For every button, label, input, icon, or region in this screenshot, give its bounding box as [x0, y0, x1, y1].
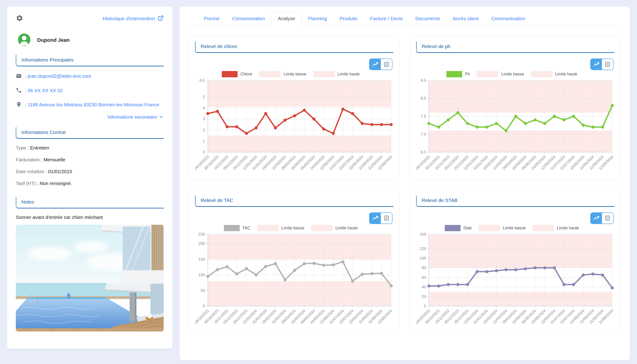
section-notes-title: Notes	[16, 197, 164, 208]
svg-text:0: 0	[424, 304, 426, 308]
view-toggle-group	[590, 212, 613, 224]
pool-photo	[16, 225, 164, 332]
tab-facture-devis[interactable]: Facture / Devis	[364, 12, 409, 25]
contract-row-tarif: Tarif (HT) : Non renseigné.	[16, 180, 164, 186]
avatar	[18, 33, 31, 47]
line-chart: 05010015020023009/10/202330/10/202316/11…	[195, 232, 393, 330]
svg-text:7,0: 7,0	[420, 132, 426, 136]
limit-low-swatch	[477, 71, 498, 77]
series-swatch	[445, 225, 461, 231]
field-value: 01/01/2015	[48, 169, 72, 174]
page: Historique d'intervention Dupond Jean	[0, 0, 637, 364]
secondary-info-toggle[interactable]: Informations secondaire	[16, 114, 164, 120]
svg-text:3: 3	[203, 117, 205, 121]
email-link[interactable]: jean.dupond2@lebin-test.com	[28, 73, 91, 79]
chart-card-tac: Relevé de TAC TAC Limite ba	[189, 190, 400, 333]
chart-svg: 02040608010012015009/10/202330/10/202316…	[416, 232, 614, 330]
tab-planning[interactable]: Planning	[302, 12, 333, 25]
table-icon	[604, 215, 611, 221]
limit-high-swatch	[531, 71, 552, 77]
chart-card-stab: Relevé de STAB Stab Limite	[410, 190, 621, 333]
limit-low-swatch	[479, 225, 500, 231]
customer-name: Dupond Jean	[37, 37, 70, 43]
separator: :	[41, 157, 42, 162]
field-label: Date création	[16, 169, 44, 174]
contract-row-type: Type : Entretien	[16, 145, 164, 151]
history-intervention-link[interactable]: Historique d'intervention	[103, 15, 164, 22]
tab-piscine[interactable]: Piscine	[198, 12, 226, 25]
series-label: Ph	[465, 72, 470, 76]
contract-row-facturation: Facturation : Mensuelle	[16, 157, 164, 162]
table-icon	[604, 61, 611, 68]
field-label: Facturation	[16, 157, 40, 162]
tab-documents[interactable]: Documents	[409, 12, 446, 25]
chart-view-button[interactable]	[591, 59, 602, 70]
series-label: Chlore	[240, 72, 253, 76]
separator: :	[25, 88, 27, 93]
svg-text:100: 100	[419, 256, 426, 260]
tab-produits[interactable]: Produits	[333, 12, 364, 25]
main-panel: Piscine Consommation Analyse Planning Pr…	[179, 6, 630, 360]
field-value: Mensuelle	[44, 157, 65, 162]
chart-title: Relevé de ph	[416, 42, 614, 53]
customer-panel: Historique d'intervention Dupond Jean	[7, 6, 172, 349]
svg-text:150: 150	[419, 232, 426, 236]
field-value: Entretien	[30, 145, 49, 150]
chart-title: Relevé de STAB	[416, 196, 614, 207]
chart-toolbar	[195, 58, 392, 70]
separator: :	[25, 102, 27, 107]
chart-view-button[interactable]	[591, 213, 602, 224]
table-view-button[interactable]	[602, 59, 613, 70]
chart-view-button[interactable]	[370, 213, 381, 224]
limit-low-label: Limite basse	[282, 226, 304, 230]
section-main-info-title: Informations Principales	[16, 55, 164, 66]
phone-link[interactable]: 06 XX XX XX 02	[28, 88, 63, 93]
separator: :	[25, 73, 27, 79]
chart-legend: Chlore Limite basse Limite haute	[195, 71, 393, 77]
view-toggle-group	[369, 58, 392, 70]
chart-svg: 0123456,509/10/202330/10/202316/11/20230…	[195, 78, 393, 176]
secondary-info-label: Informations secondaire	[108, 114, 157, 120]
svg-text:7,5: 7,5	[420, 114, 426, 118]
tab-consommation[interactable]: Consommation	[226, 12, 271, 25]
chart-card-chlore: Relevé de chlore Chlore Lim	[189, 36, 400, 180]
chart-toolbar	[195, 212, 392, 224]
svg-text:60: 60	[422, 275, 426, 280]
separator: :	[28, 145, 29, 150]
line-chart: 6,57,07,58,08,509/10/202330/10/202316/11…	[416, 78, 614, 176]
customer-profile: Dupond Jean	[18, 33, 164, 47]
chevron-down-icon	[158, 114, 164, 120]
chart-toolbar	[416, 212, 613, 224]
limit-high-label: Limite haute	[557, 226, 579, 230]
svg-text:2: 2	[203, 128, 205, 132]
limit-high-label: Limite haute	[338, 72, 360, 76]
limit-high-label: Limite haute	[335, 226, 358, 230]
line-chart: 0123456,509/10/202330/10/202316/11/20230…	[195, 78, 393, 176]
svg-text:150: 150	[198, 257, 205, 262]
limit-low-label: Limite basse	[501, 72, 524, 76]
tab-acces-client[interactable]: Accès client	[446, 12, 485, 25]
svg-text:6,5: 6,5	[420, 150, 426, 154]
table-view-button[interactable]	[381, 59, 392, 70]
tab-analyse[interactable]: Analyse	[271, 12, 302, 26]
line-chart-icon	[372, 215, 378, 221]
svg-text:5: 5	[203, 95, 205, 99]
note-text: Sonner avant d'entrée car chien méchant	[16, 214, 164, 220]
table-view-button[interactable]	[602, 213, 613, 224]
limit-high-swatch	[311, 225, 333, 231]
tab-communication[interactable]: Communication	[485, 12, 531, 25]
chart-view-button[interactable]	[370, 59, 381, 70]
external-link-icon	[158, 15, 164, 22]
settings-gear-icon[interactable]	[16, 14, 23, 23]
svg-text:50: 50	[201, 288, 205, 293]
table-view-button[interactable]	[381, 213, 392, 224]
tab-bar: Piscine Consommation Analyse Planning Pr…	[189, 12, 621, 26]
series-swatch	[446, 71, 462, 77]
chart-legend: TAC Limite basse Limite haute	[195, 225, 393, 231]
series-swatch	[222, 71, 238, 77]
address-link[interactable]: 1186 Avenue lou Mistraou 83230 Bormes-le…	[28, 102, 159, 107]
table-icon	[383, 215, 390, 221]
limit-high-label: Limite haute	[555, 72, 577, 76]
contract-row-date-creation: Date création : 01/01/2015	[16, 169, 164, 174]
limit-low-swatch	[259, 71, 281, 77]
